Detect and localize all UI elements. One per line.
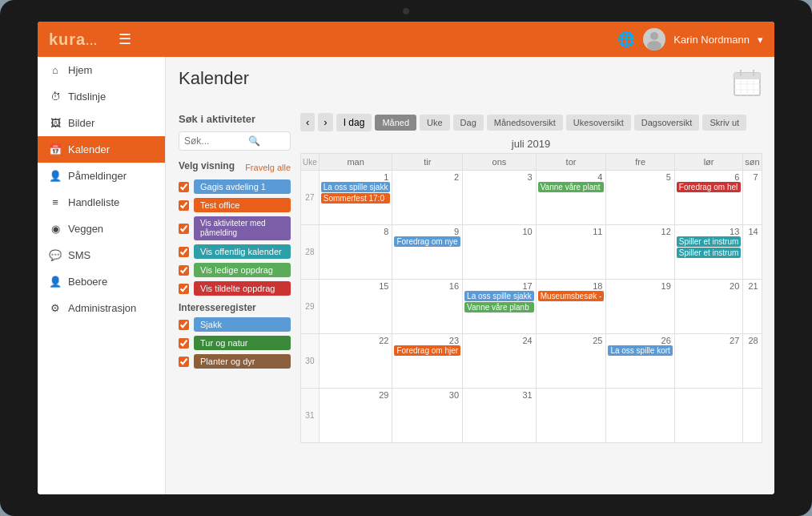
next-button[interactable]: › [318,113,332,131]
calendar-day[interactable] [674,389,742,443]
sidebar-item-kalender[interactable]: 📅 Kalender [38,136,165,163]
calendar-day[interactable] [536,389,606,443]
dag-button[interactable]: Dag [453,115,484,131]
calendar-event[interactable]: Sommerfest 17:0 [321,193,391,204]
filter-checkbox-ledige[interactable] [179,265,189,276]
calendar-day[interactable]: 10 [463,225,537,280]
sidebar-item-sms[interactable]: 💬 SMS [38,242,165,268]
home-icon: ⌂ [49,64,62,76]
calendar-day[interactable]: 31 [463,389,537,443]
filter-badge-sjakk[interactable]: Sjakk [194,317,291,332]
calendar-event[interactable]: Foredrag om hjer [394,345,460,356]
calendar-day[interactable]: 7 [743,171,762,225]
filter-checkbox-tildelte[interactable] [179,284,189,294]
calendar-day[interactable]: 15 [319,280,392,334]
filter-checkbox-test[interactable] [179,200,189,211]
calendar-day[interactable]: 29 [319,389,392,443]
calendar-day[interactable]: 21 [743,280,762,334]
filter-badge-offentlig[interactable]: Vis offentlig kalender [194,244,291,259]
dags-oversikt-button[interactable]: Dagsoversikt [634,115,700,131]
calendar-day[interactable]: 26La oss spille kort [606,334,674,389]
calendar-day[interactable]: 18Museumsbesøk - [536,280,606,334]
skriv-ut-button[interactable]: Skriv ut [702,115,746,131]
filter-checkbox-tur[interactable] [179,338,189,349]
calendar-event[interactable]: La oss spille sjakk [321,182,391,192]
calendar-day[interactable]: 1La oss spille sjakkSommerfest 17:0 [319,171,392,225]
hamburger-icon[interactable]: ☰ [119,30,131,48]
calendar-day[interactable]: 19 [606,280,674,334]
sidebar-label-sms: SMS [68,249,90,261]
calendar-event[interactable]: Vanne våre planb [464,302,534,312]
sidebar-item-veggen[interactable]: ◉ Veggen [38,216,165,242]
sidebar-item-pameldinger[interactable]: 👤 Påmeldinger [38,163,165,189]
calendar-day[interactable]: 17La oss spille sjakkVanne våre planb [463,280,537,334]
uke-button[interactable]: Uke [420,115,450,131]
calendar-day[interactable]: 2 [392,171,463,225]
calendar-day[interactable]: 9Foredrag om nye [392,225,463,280]
filter-badge-ledige[interactable]: Vis ledige oppdrag [194,263,291,277]
search-input[interactable] [184,135,248,147]
user-name[interactable]: Karin Nordmann [673,34,750,46]
calendar-day[interactable]: 23Foredrag om hjer [392,334,463,389]
calendar-event[interactable]: La oss spille kort [608,345,672,356]
calendar-day[interactable]: 12 [606,225,674,280]
calendar-day[interactable]: 27 [674,334,742,389]
sidebar-item-handleliste[interactable]: ≡ Handleliste [38,189,165,216]
calendar-day[interactable]: 8 [319,225,392,280]
calendar-event[interactable]: Spiller et instrum [677,236,741,247]
calendar-day[interactable]: 13Spiller et instrumSpiller et instrum [674,225,742,280]
calendar-day[interactable]: 6Foredrag om hel [674,171,742,225]
month-title: juli 2019 [300,138,762,150]
filter-item-test: Test office [179,198,291,212]
calendar-day[interactable]: 24 [463,334,537,389]
calendar-day[interactable] [606,389,674,443]
calendar-day[interactable]: 16 [392,280,463,334]
logo: kura... [49,30,98,49]
filter-badge-tur[interactable]: Tur og natur [194,336,291,350]
calendar-day[interactable]: 5 [606,171,674,225]
sidebar-item-bilder[interactable]: 🖼 Bilder [38,110,165,136]
today-button[interactable]: I dag [336,114,372,131]
calendar-day[interactable]: 4Vanne våre plant [536,171,606,225]
calendar-day[interactable]: 20 [674,280,742,334]
sidebar-item-hjem[interactable]: ⌂ Hjem [38,57,165,83]
sidebar-item-tidslinje[interactable]: ⏱ Tidslinje [38,83,165,110]
calendar-event[interactable]: Museumsbesøk - [538,291,605,301]
filter-badge-tildelte[interactable]: Vis tildelte oppdrag [194,281,291,296]
filter-checkbox-sjakk[interactable] [179,320,189,330]
maaned-button[interactable]: Måned [375,115,416,131]
day-number: 25 [538,336,605,345]
calendar-toolbar: ‹ › I dag Måned Uke Dag Månedsoversikt U… [300,113,762,131]
sidebar-item-administrasjon[interactable]: ⚙ Administrasjon [38,295,165,321]
calendar-event[interactable]: Foredrag om hel [677,182,741,192]
calendar-event[interactable]: Vanne våre plant [538,182,605,192]
filter-checkbox-planter[interactable] [179,357,189,367]
calendar-day[interactable]: 14 [743,225,762,280]
calendar-day[interactable]: 3 [463,171,537,225]
list-icon: ≡ [49,196,62,208]
filter-badge-gagis[interactable]: Gagis avdeling 1 [194,179,291,194]
calendar-day[interactable]: 11 [536,225,606,280]
calendar-event[interactable]: La oss spille sjakk [464,291,534,301]
filter-checkbox-gagis[interactable] [179,182,189,192]
fravel-link[interactable]: Fravelg alle [245,163,291,172]
globe-icon[interactable]: 🌐 [617,30,635,48]
calendar-day[interactable]: 30 [392,389,463,443]
calendar-day[interactable]: 22 [319,334,392,389]
calendar-day[interactable]: 25 [536,334,606,389]
filter-badge-planter[interactable]: Planter og dyr [194,354,291,369]
calendar-event[interactable]: Foredrag om nye [394,236,460,247]
maaned-oversikt-button[interactable]: Månedsoversikt [487,115,563,131]
filter-checkbox-offentlig[interactable] [179,247,189,257]
filter-badge-test[interactable]: Test office [194,198,291,212]
uke-oversikt-button[interactable]: Ukesoversikt [566,115,631,131]
screen: kura... ☰ 🌐 Karin Nordmann ▾ ⌂ Hjem [38,22,774,494]
prev-button[interactable]: ‹ [300,113,315,131]
calendar-day[interactable] [743,389,762,443]
sidebar-item-beboere[interactable]: 👤 Beboere [38,268,165,295]
calendar-day[interactable]: 28 [743,334,762,389]
calendar-event[interactable]: Spiller et instrum [677,248,741,258]
filter-checkbox-aktiviteter[interactable] [179,224,189,234]
filter-panel: Søk i aktiviteter 🔍 Velg visning Fravelg… [179,113,291,443]
filter-badge-aktiviteter[interactable]: Vis aktiviteter med påmelding [194,216,291,240]
